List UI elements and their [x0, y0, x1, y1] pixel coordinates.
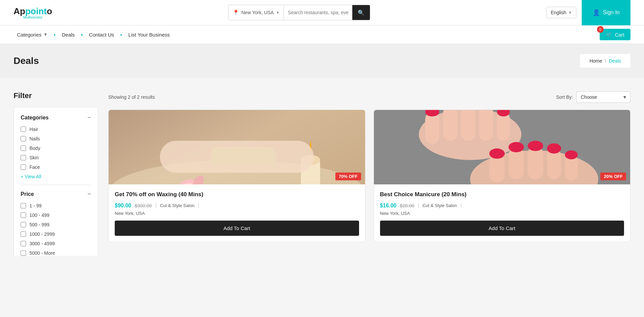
nav-label-deals: Deals [62, 32, 74, 38]
products-area: Showing 2 of 2 results Sort By: Choose P… [108, 91, 630, 242]
nav-item-list-business[interactable]: List Your Business [125, 32, 173, 38]
discount-badge-waxing: 70% OFF [335, 173, 361, 180]
salon-name-manicure: Cut & Style Salon [422, 203, 457, 208]
category-nails: Nails [21, 136, 91, 141]
sort-wrapper: Choose Price: Low to High Price: High to… [576, 91, 630, 103]
nav-dot: ● [81, 33, 83, 37]
price-1-99: 1 - 99 [21, 203, 91, 208]
category-skin: Skin [21, 155, 91, 160]
price-1-99-checkbox[interactable] [21, 203, 26, 208]
category-nails-checkbox[interactable] [21, 136, 26, 141]
price-100-499-label: 100 - 499 [29, 212, 49, 218]
price-3000-4999-label: 3000 - 4999 [29, 241, 55, 246]
cart-icon: 🛒 [606, 31, 612, 38]
price-500-999-checkbox[interactable] [21, 222, 26, 227]
language-label: English [551, 10, 566, 15]
logo-text: Appointo [14, 6, 52, 17]
view-all-categories-link[interactable]: + View All [21, 174, 91, 179]
category-skin-checkbox[interactable] [21, 155, 26, 160]
svg-rect-13 [443, 110, 457, 141]
svg-point-31 [565, 150, 578, 159]
pin-icon: 📍 [232, 9, 239, 16]
categories-collapse-button[interactable]: − [87, 114, 91, 121]
nav-label-categories: Categories [17, 32, 42, 38]
price-5000-more-label: 5000 - More [29, 250, 55, 256]
product-card-manicure: 20% OFF Best Choice Manicure (20 Mins) $… [374, 110, 631, 242]
categories-title: Categories [21, 115, 49, 121]
location-dropdown[interactable]: 📍 New York, USA ▼ [228, 5, 284, 20]
price-current-waxing: $90.00 [115, 203, 131, 209]
add-to-cart-manicure[interactable]: Add To Cart [380, 221, 624, 236]
chevron-down-icon: ▼ [568, 10, 572, 15]
price-original-manicure: $20.00 [400, 203, 414, 208]
cart-button[interactable]: 0 🛒 Cart [600, 29, 630, 40]
svg-point-23 [489, 149, 504, 159]
header-right: English ▼ 👤 Sign In [546, 0, 630, 25]
product-location-manicure: New York, USA [380, 211, 624, 216]
sign-in-button[interactable]: 👤 Sign In [582, 0, 630, 25]
add-to-cart-waxing[interactable]: Add To Cart [115, 221, 359, 236]
price-100-499-checkbox[interactable] [21, 212, 26, 218]
user-icon: 👤 [593, 9, 600, 16]
svg-point-29 [547, 143, 561, 154]
product-pricing-manicure: $16.00 $20.00 | Cut & Style Salon | [380, 203, 624, 209]
cart-label: Cart [615, 32, 624, 38]
sign-in-label: Sign In [603, 9, 620, 16]
location-value: New York, USA [241, 10, 274, 15]
page-title: Deals [14, 55, 39, 66]
category-nails-label: Nails [29, 136, 40, 141]
category-skin-label: Skin [29, 155, 39, 160]
nav-item-categories[interactable]: Categories ▼ [14, 32, 51, 38]
price-1000-2999-label: 1000 - 2999 [29, 231, 55, 237]
svg-rect-17 [479, 110, 493, 141]
price-collapse-button[interactable]: − [87, 190, 91, 198]
sidebar: Filter Categories − Hair Nails Body Skin [14, 91, 98, 256]
search-icon: 🔍 [358, 10, 364, 16]
category-body-checkbox[interactable] [21, 145, 26, 151]
svg-point-27 [528, 141, 543, 151]
price-current-manicure: $16.00 [380, 203, 397, 209]
filter-section-categories: Categories − Hair Nails Body Skin Fa [14, 107, 98, 256]
category-hair: Hair [21, 127, 91, 132]
price-500-999: 500 - 999 [21, 222, 91, 227]
price-header: Price − [21, 190, 91, 198]
category-body-label: Body [29, 145, 40, 151]
search-button[interactable]: 🔍 [352, 5, 370, 20]
logo: Appointo Multivendor [14, 6, 52, 19]
category-face-checkbox[interactable] [21, 164, 26, 170]
price-1000-2999-checkbox[interactable] [21, 231, 26, 237]
language-selector[interactable]: English ▼ [546, 7, 576, 18]
category-body: Body [21, 145, 91, 151]
search-input[interactable] [284, 5, 352, 20]
category-hair-label: Hair [29, 127, 38, 132]
breadcrumb-current: Deals [609, 58, 621, 64]
filter-title: Filter [14, 91, 98, 100]
product-pricing-waxing: $90.00 $300.00 | Cut & Style Salon | [115, 203, 359, 209]
product-image-manicure: 20% OFF [374, 110, 630, 184]
results-text: Showing 2 of 2 results [108, 94, 155, 100]
category-hair-checkbox[interactable] [21, 127, 26, 132]
price-3000-4999-checkbox[interactable] [21, 241, 26, 246]
product-location-waxing: New York, USA [115, 211, 359, 216]
svg-point-25 [508, 142, 524, 152]
price-5000-more-checkbox[interactable] [21, 250, 26, 256]
discount-badge-manicure: 20% OFF [600, 173, 626, 180]
breadcrumb-separator: \ [605, 58, 606, 64]
cart-badge: 0 [597, 26, 604, 33]
waxing-image-svg [109, 110, 365, 184]
breadcrumb-home[interactable]: Home [590, 58, 602, 64]
chevron-down-icon: ▼ [276, 10, 280, 15]
categories-header: Categories − [21, 114, 91, 121]
price-100-499: 100 - 499 [21, 212, 91, 218]
product-image-waxing: 70% OFF [109, 110, 365, 184]
svg-rect-15 [461, 110, 475, 141]
sort-select[interactable]: Choose Price: Low to High Price: High to… [576, 91, 630, 103]
nav-item-contact[interactable]: Contact Us [86, 32, 117, 38]
products-header: Showing 2 of 2 results Sort By: Choose P… [108, 91, 630, 103]
header: Appointo Multivendor 📍 New York, USA ▼ 🔍… [0, 0, 644, 25]
nav-item-deals[interactable]: Deals [58, 32, 78, 38]
price-1-99-label: 1 - 99 [29, 203, 42, 208]
product-title-manicure: Best Choice Manicure (20 Mins) [380, 190, 624, 199]
search-area: 📍 New York, USA ▼ 🔍 [228, 5, 370, 20]
nav-label-list-business: List Your Business [128, 32, 170, 38]
